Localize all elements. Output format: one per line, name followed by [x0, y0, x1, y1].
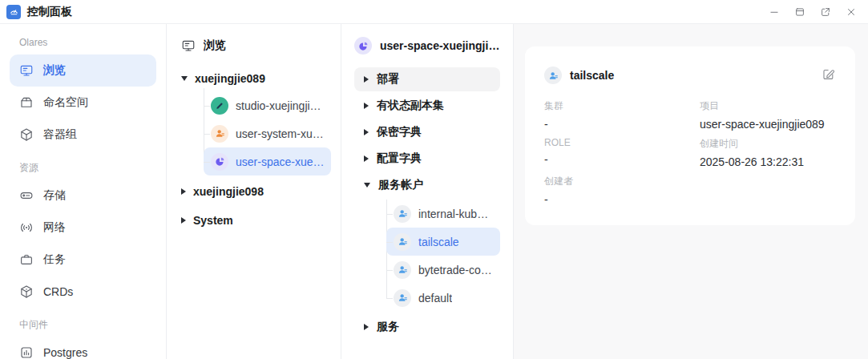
sidebar-item-namespaces[interactable]: 命名空间: [10, 87, 156, 119]
sidebar-item-label: 容器组: [43, 127, 77, 142]
field-label: 创建时间: [700, 137, 836, 151]
tree-children: studio-xuejingjie089 user-system-xuejing…: [204, 91, 331, 175]
group-label: 配置字典: [377, 151, 422, 166]
chevron-right-icon: [364, 103, 369, 109]
chevron-right-icon: [364, 324, 369, 330]
app-title: 控制面板: [27, 5, 72, 19]
group-label: 部署: [377, 72, 399, 87]
field-project: 项目 user-space-xuejingjie089: [700, 99, 836, 131]
tree-node-default[interactable]: default: [386, 284, 500, 312]
service-account-avatar: [394, 205, 411, 223]
tree-node-label: internal-kubectl: [418, 208, 494, 220]
service-account-avatar: [544, 67, 562, 84]
tree-node-tailscale[interactable]: tailscale: [386, 228, 500, 256]
sidebar: Olares 浏览 命名空间 容器组 资源 存储 网络 任务 CRDs: [0, 24, 167, 359]
open-in-new-button[interactable]: [817, 3, 834, 21]
group-label: 服务: [377, 320, 399, 334]
user-space-avatar: [354, 37, 372, 54]
tree-node-label: bytetrade-controller: [418, 264, 494, 276]
sidebar-item-postgres[interactable]: Postgres: [10, 337, 156, 359]
field-value: 2025-08-26 13:22:31: [700, 155, 836, 168]
tree-node-system[interactable]: System: [181, 208, 331, 233]
group-statefulsets[interactable]: 有状态副本集: [354, 94, 500, 118]
sidebar-item-label: 命名空间: [43, 95, 88, 110]
sidebar-section-olares: Olares: [10, 35, 156, 50]
group-service-accounts[interactable]: 服务帐户: [354, 173, 500, 197]
tree-node-label: default: [418, 292, 452, 305]
titlebar: 控制面板: [0, 0, 868, 24]
tree-node-bytetrade-controller[interactable]: bytetrade-controller: [386, 256, 500, 284]
field-label: 项目: [700, 99, 836, 113]
storage-icon: [19, 188, 34, 203]
tree-node-label: studio-xuejingjie089: [236, 99, 325, 112]
namespace-icon: [19, 95, 34, 110]
tree-node-studio[interactable]: studio-xuejingjie089: [204, 91, 331, 119]
sidebar-item-network[interactable]: 网络: [10, 212, 156, 244]
field-value: -: [544, 193, 700, 206]
field-role: ROLE -: [544, 137, 700, 168]
group-secrets[interactable]: 保密字典: [354, 120, 500, 144]
sidebar-item-label: 存储: [43, 188, 66, 203]
postgres-icon: [19, 345, 34, 359]
resource-tree-panel: user-space-xuejingjie... 部署 有状态副本集 保密字典 …: [341, 24, 514, 359]
tree-node-label: System: [193, 214, 233, 227]
group-label: 服务帐户: [378, 178, 423, 192]
sidebar-item-crds[interactable]: CRDs: [10, 276, 156, 308]
browse-icon: [19, 63, 34, 78]
close-button[interactable]: [842, 3, 860, 21]
field-creator: 创建者 -: [544, 175, 700, 206]
sidebar-item-label: 网络: [43, 220, 66, 235]
resource-tree-title: user-space-xuejingjie...: [380, 39, 500, 52]
field-cluster: 集群 -: [544, 99, 700, 131]
namespace-tree: xuejingjie089 studio-xuejingjie089 user-…: [181, 66, 331, 233]
user-system-avatar: [211, 125, 228, 143]
minimize-button[interactable]: [765, 3, 783, 21]
browse-tree-title: 浏览: [204, 38, 226, 53]
group-services[interactable]: 服务: [354, 315, 500, 339]
tree-node-internal-kubectl[interactable]: internal-kubectl: [386, 200, 500, 228]
group-label: 有状态副本集: [377, 99, 444, 113]
chevron-right-icon: [364, 129, 369, 135]
service-account-avatar: [394, 289, 411, 307]
chevron-right-icon: [364, 76, 369, 83]
sidebar-section-resources: 资源: [10, 160, 156, 175]
field-value: -: [544, 153, 700, 166]
tree-node-xuejingjie098[interactable]: xuejingjie098: [181, 179, 331, 204]
sidebar-item-jobs[interactable]: 任务: [10, 244, 156, 276]
tree-node-label: xuejingjie098: [193, 185, 264, 198]
sidebar-item-label: Postgres: [43, 346, 87, 359]
edit-button[interactable]: [820, 67, 836, 83]
detail-card-header: tailscale: [544, 66, 836, 85]
tree-node-user-space[interactable]: user-space-xuejingji...: [204, 147, 331, 175]
restore-window-button[interactable]: [791, 3, 809, 21]
browse-icon: [181, 38, 196, 53]
tree-node-user-system[interactable]: user-system-xuejingj...: [204, 119, 331, 147]
field-label: ROLE: [544, 137, 700, 148]
sidebar-item-pods[interactable]: 容器组: [10, 119, 156, 151]
pods-icon: [19, 127, 34, 142]
sidebar-item-browse[interactable]: 浏览: [10, 54, 156, 87]
resource-tree-header: user-space-xuejingjie...: [354, 35, 500, 56]
detail-fields: 集群 - 项目 user-space-xuejingjie089 ROLE - …: [544, 99, 836, 206]
tree-node-label: xuejingjie089: [195, 72, 265, 85]
sidebar-item-label: 浏览: [43, 63, 66, 78]
network-icon: [19, 220, 34, 235]
group-configmaps[interactable]: 配置字典: [354, 147, 500, 171]
service-account-avatar: [394, 261, 411, 279]
browse-tree-panel: 浏览 xuejingjie089 studio-xuejingjie089 us…: [167, 24, 341, 359]
chevron-right-icon: [364, 155, 369, 162]
crds-icon: [19, 284, 34, 299]
tree-node-label: tailscale: [418, 236, 459, 248]
group-deployments[interactable]: 部署: [354, 67, 500, 91]
app-icon: [6, 5, 21, 19]
group-label: 保密字典: [377, 125, 422, 139]
window-controls: [765, 3, 860, 21]
jobs-icon: [19, 252, 34, 267]
field-label: 集群: [544, 99, 700, 113]
field-label: 创建者: [544, 175, 700, 188]
sidebar-item-storage[interactable]: 存储: [10, 180, 156, 212]
tree-node-label: user-system-xuejingj...: [236, 127, 325, 140]
field-value: -: [544, 118, 700, 131]
sidebar-section-middleware: 中间件: [10, 317, 156, 332]
service-account-children: internal-kubectl tailscale bytetrade-con…: [386, 200, 500, 312]
